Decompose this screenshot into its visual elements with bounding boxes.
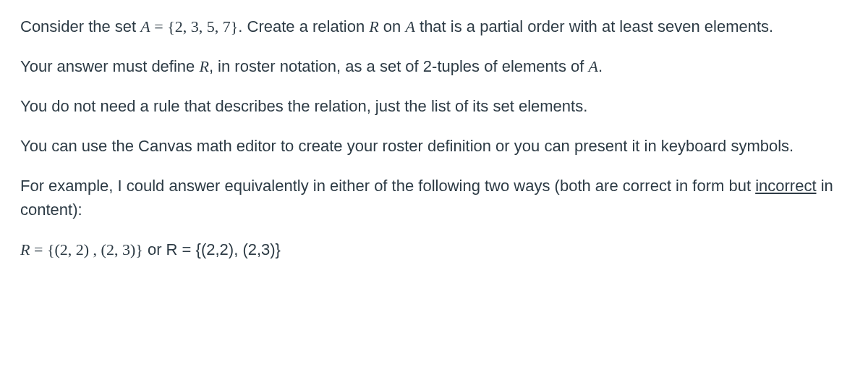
text: Consider the set (20, 17, 140, 35)
math-A: A (405, 17, 414, 35)
text: . Create a relation (238, 17, 369, 35)
math-set-example: {(2, 2) , (2, 3)} (47, 240, 143, 258)
math-R: R (369, 17, 378, 35)
text-or: or (143, 240, 166, 258)
paragraph-canvas-editor: You can use the Canvas math editor to cr… (20, 134, 848, 158)
math-equals: = (30, 240, 46, 258)
text: . (598, 57, 603, 75)
paragraph-define-R: Your answer must define R, in roster not… (20, 54, 848, 78)
text: that is a partial order with at least se… (415, 17, 773, 35)
text: Your answer must define (20, 57, 199, 75)
math-equals: = (150, 17, 167, 35)
text: , in roster notation, as a set of 2-tupl… (209, 57, 589, 75)
paragraph-example-intro: For example, I could answer equivalently… (20, 174, 848, 222)
text: For example, I could answer equivalently… (20, 177, 755, 195)
math-A: A (140, 17, 150, 35)
plain-set-example: R = {(2,2), (2,3)} (166, 240, 281, 258)
paragraph-no-rule: You do not need a rule that describes th… (20, 94, 848, 118)
math-R: R (199, 57, 208, 75)
text-underlined: incorrect (755, 177, 816, 195)
paragraph-example-answer: R = {(2, 2) , (2, 3)} or R = {(2,2), (2,… (20, 237, 848, 261)
math-R: R (20, 240, 30, 258)
math-set-roster: {2, 3, 5, 7} (167, 17, 238, 35)
paragraph-set-definition: Consider the set A = {2, 3, 5, 7}. Creat… (20, 14, 848, 38)
math-A: A (589, 57, 598, 75)
text: on (379, 17, 406, 35)
